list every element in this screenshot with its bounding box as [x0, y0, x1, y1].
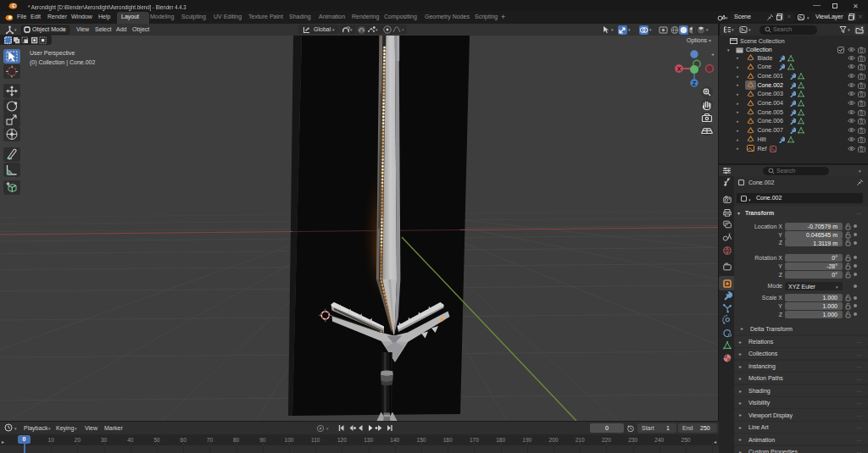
svg-text:X: X [677, 66, 682, 72]
svg-text:Z: Z [693, 80, 697, 86]
